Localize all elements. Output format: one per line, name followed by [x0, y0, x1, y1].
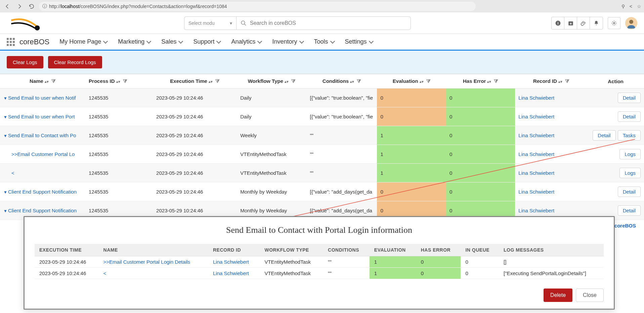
nav-item-my-home-page[interactable]: My Home Page — [59, 37, 107, 47]
svg-point-1 — [241, 21, 245, 24]
detail-button[interactable]: Detail — [618, 111, 641, 122]
sort-icon[interactable]: ▴▾ — [558, 81, 562, 83]
chevron-down-icon — [146, 39, 151, 43]
sort-icon[interactable]: ▴▾ — [116, 81, 120, 83]
clear-logs-button[interactable]: Clear Logs — [7, 56, 43, 68]
modal-title: Send Email to Contact with Portal Login … — [35, 225, 604, 231]
header-icon-group: i — [551, 17, 603, 30]
sort-icon[interactable]: ▴▾ — [285, 81, 289, 83]
nav-brand[interactable]: coreBOS — [7, 38, 49, 46]
attachment-icon[interactable] — [577, 17, 590, 29]
nav-item-settings[interactable]: Settings — [345, 37, 373, 47]
grid-header-row: Name▴▾⧩ Process ID▴▾⧩ Execution Time▴▾⧩ … — [0, 74, 644, 89]
col-name[interactable]: Name▴▾⧩ — [0, 74, 85, 89]
apps-icon[interactable] — [7, 38, 15, 46]
sort-icon[interactable]: ▴▾ — [45, 81, 49, 83]
col-wf-type[interactable]: Workflow Type▴▾⧩ — [237, 74, 306, 89]
logs-button[interactable]: Logs — [619, 168, 641, 178]
search-input[interactable] — [250, 20, 406, 26]
detail-button[interactable]: Detail — [593, 130, 615, 141]
col-action: Action — [587, 74, 644, 89]
detail-button[interactable]: Detail — [618, 205, 641, 216]
chevron-down-icon — [178, 39, 183, 43]
module-select[interactable]: Select modu ▾ — [184, 16, 236, 30]
forward-button[interactable] — [15, 2, 24, 11]
reload-button[interactable] — [27, 2, 36, 11]
col-process-id[interactable]: Process ID▴▾⧩ — [85, 74, 153, 89]
sort-icon[interactable]: ▴▾ — [420, 81, 424, 83]
record-link[interactable]: Lina Schwiebert — [518, 151, 554, 157]
global-search[interactable] — [236, 16, 411, 30]
bell-icon[interactable] — [590, 17, 603, 29]
row-name-link[interactable]: Send Email to Contact with Po — [8, 133, 76, 138]
bookmark-icon[interactable]: ☆ — [637, 4, 641, 9]
row-name-link[interactable]: Client End Support Notification — [8, 208, 77, 213]
expand-icon[interactable]: ▼ — [3, 115, 7, 119]
app-logo[interactable] — [7, 15, 44, 32]
site-info-icon[interactable]: ⓘ — [42, 3, 47, 9]
expand-icon[interactable]: ▼ — [3, 190, 7, 195]
zoom-icon[interactable]: ⚲ — [621, 4, 625, 9]
filter-icon[interactable]: ⧩ — [291, 78, 296, 84]
nav-item-marketing[interactable]: Marketing — [118, 37, 151, 47]
main-nav: coreBOS My Home PageMarketingSalesSuppor… — [0, 34, 644, 51]
record-link[interactable]: Lina Schwiebert — [518, 208, 554, 213]
footer-link[interactable]: coreBOS — [614, 223, 636, 228]
app-header: Select modu ▾ i — [0, 12, 644, 34]
svg-point-10 — [629, 20, 633, 24]
detail-button[interactable]: Detail — [618, 187, 641, 197]
row-name-link[interactable]: Send Email to user when Port — [8, 114, 75, 119]
back-button[interactable] — [3, 2, 12, 11]
tasks-button[interactable]: Tasks — [618, 130, 641, 141]
expand-icon[interactable]: ▼ — [3, 96, 7, 101]
col-record-id[interactable]: Record ID▴▾⧩ — [515, 74, 587, 89]
filter-icon[interactable]: ⧩ — [215, 78, 220, 84]
filter-icon[interactable]: ⧩ — [123, 78, 127, 84]
col-evaluation[interactable]: Evaluation▴▾⧩ — [377, 74, 446, 89]
col-has-error[interactable]: Has Error▴▾⧩ — [446, 74, 515, 89]
expand-icon[interactable]: ▼ — [3, 134, 7, 138]
chevron-down-icon — [257, 39, 262, 43]
sort-icon[interactable]: ▴▾ — [487, 81, 491, 83]
filter-icon[interactable]: ⧩ — [426, 78, 431, 84]
chevron-down-icon — [216, 39, 221, 43]
logs-button[interactable]: Logs — [619, 149, 641, 159]
filter-icon[interactable]: ⧩ — [494, 78, 498, 84]
row-name-link[interactable]: >>Email Customer Portal Lo — [11, 151, 75, 157]
filter-icon[interactable]: ⧩ — [357, 78, 361, 84]
settings-icon[interactable] — [608, 17, 620, 29]
col-exec-time[interactable]: Execution Time▴▾⧩ — [153, 74, 237, 89]
record-link[interactable]: Lina Schwiebert — [518, 95, 554, 101]
chevron-down-icon — [103, 39, 108, 43]
sort-icon[interactable]: ▴▾ — [209, 81, 213, 83]
row-name-link[interactable]: Client End Support Notification — [8, 189, 77, 195]
nav-item-sales[interactable]: Sales — [161, 37, 182, 47]
svg-point-8 — [613, 22, 615, 24]
record-link[interactable]: Lina Schwiebert — [518, 114, 554, 119]
table-row: ▼Send Email to Contact with Po1245535202… — [0, 126, 644, 145]
address-bar[interactable]: ⓘ http://localhost/coreBOSNG/index.php?m… — [39, 2, 476, 11]
calendar-add-icon[interactable] — [564, 17, 577, 29]
table-row: <12455352023-05-29 10:24:46VTEntityMetho… — [0, 164, 644, 182]
share-icon[interactable]: < — [630, 4, 632, 9]
info-icon[interactable]: i — [552, 17, 564, 29]
col-conditions[interactable]: Conditions▴▾⧩ — [307, 74, 377, 89]
nav-item-inventory[interactable]: Inventory — [272, 37, 303, 47]
user-avatar[interactable] — [625, 17, 637, 29]
record-link[interactable]: Lina Schwiebert — [518, 170, 554, 176]
row-name-link[interactable]: Send Email to user when Notif — [8, 95, 76, 101]
record-link[interactable]: Lina Schwiebert — [518, 133, 554, 138]
record-link[interactable]: Lina Schwiebert — [518, 189, 554, 195]
detail-button[interactable]: Detail — [618, 93, 641, 103]
svg-point-0 — [35, 25, 40, 30]
nav-item-analytics[interactable]: Analytics — [231, 37, 261, 47]
expand-icon[interactable]: ▼ — [3, 209, 7, 213]
sort-icon[interactable]: ▴▾ — [350, 81, 354, 83]
filter-icon[interactable]: ⧩ — [565, 78, 569, 84]
nav-item-support[interactable]: Support — [193, 37, 220, 47]
svg-line-2 — [244, 24, 246, 25]
row-name-link[interactable]: < — [11, 170, 14, 176]
clear-record-logs-button[interactable]: Clear Record Logs — [48, 56, 102, 68]
nav-item-tools[interactable]: Tools — [314, 37, 334, 47]
filter-icon[interactable]: ⧩ — [51, 78, 56, 84]
